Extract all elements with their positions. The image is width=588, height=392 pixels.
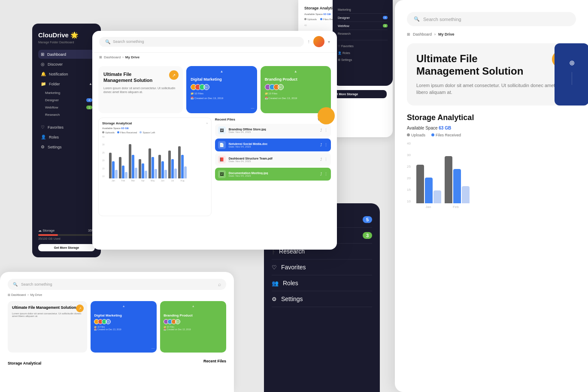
rlc-available-space: Available Space 63 GB (407, 126, 576, 130)
sidebar-item-favorites[interactable]: ♡ Favorites (38, 123, 95, 132)
blc-chevron-icon-2: ▲ (164, 305, 223, 308)
sidebar-item-roles[interactable]: 👤 Roles (38, 133, 95, 142)
chart-bars (109, 136, 187, 178)
blc-hero-row: Ultimate File Management Solution Lorem … (8, 301, 226, 353)
file-info-3: Dashboard Structure Team.pdf Date: Nov 0… (229, 157, 317, 163)
file-item-2[interactable]: 📄 Notulensi Social Media.doc Date: Nov 0… (215, 139, 331, 151)
blc-card-blue[interactable]: ▲ Digital Marketing + 📁 10 Files 📅 Creat… (91, 301, 157, 353)
folder-item-research[interactable]: Research (38, 111, 95, 118)
card-menu-icon[interactable]: ··· (251, 106, 254, 111)
rlc-dash-icon: ⊞ (407, 32, 410, 36)
chart-x-labels: Jan Feb Mar Apr May Jun Jul Aug (109, 179, 187, 182)
dashboard-icon: ⊞ (41, 52, 44, 57)
search-placeholder: Search something (113, 39, 144, 44)
file-actions-2[interactable]: ⤴ ⋮ (320, 143, 328, 147)
tr-favorites-item[interactable]: ♡ Favorites (338, 43, 388, 50)
avatar[interactable] (313, 36, 324, 47)
breadcrumb-icon: ⊞ (99, 55, 102, 59)
designer-badge: 4 (86, 98, 92, 102)
cds-item-roles[interactable]: 👥 Roles (272, 275, 372, 291)
file-thumb-jpg-2: 🖼 (218, 170, 226, 178)
more-icon-3[interactable]: ⋮ (324, 157, 328, 162)
tr-roles-item[interactable]: 👤 Roles (338, 50, 388, 57)
chevron-down-icon[interactable]: ▾ (328, 39, 330, 44)
folder-item-webflow[interactable]: Webflow 1 (38, 104, 95, 111)
breadcrumb: ⊞ Dashboard › My Drive (92, 53, 337, 62)
branding-product-card[interactable]: ▲ Branding Product + 📁 10 Files 📅 Create… (261, 66, 331, 113)
tr-designer-badge: 4 (383, 16, 388, 19)
tr-webflow-item[interactable]: Webflow 3 (338, 22, 388, 30)
tr-marketing-item[interactable]: Marketing (338, 6, 388, 14)
file-item-4[interactable]: 🖼 Documentation Meeting.jpg Date: Nov 04… (215, 168, 331, 181)
blc-recent-title: Recent Files (203, 359, 226, 363)
cds-item-settings[interactable]: ⚙ Settings (272, 291, 372, 307)
settings-icon: ⚙ (41, 145, 45, 149)
main-sidebar: ClouDrive 🌟 Manage Folder Dashboard ⊞ Da… (32, 24, 101, 257)
rlc-breadcrumb: ⊞ Dashboard › My Drive (407, 32, 576, 36)
hero-arrow-button[interactable]: ↗ (169, 70, 179, 80)
brand-card-avatars: + (265, 84, 327, 90)
share-icon-4[interactable]: ⤴ (320, 172, 322, 176)
upload-icon[interactable]: ↑ (307, 39, 310, 45)
tr-designer-item[interactable]: Designer 4 (338, 14, 388, 22)
available-space-label: Available Space 63 GB (102, 127, 208, 130)
more-icon-2[interactable]: ⋮ (324, 143, 328, 147)
bottom-panels: Storage Analytical › Available Space 63 … (92, 118, 337, 220)
roles-icon-cds: 👥 (272, 280, 279, 286)
blc-hero-main: Ultimate File Management Solution Lorem … (8, 301, 87, 353)
tr-research-item[interactable]: Research (338, 30, 388, 37)
folder-item-designer[interactable]: Designer 4 (38, 96, 95, 104)
blc-card-dots[interactable]: ··· (152, 346, 155, 350)
digital-marketing-card[interactable]: ▲ Digital Marketing + 📁 10 Files 📅 Creat… (186, 66, 257, 113)
file-info-2: Notulensi Social Media.doc Date: Nov 04,… (229, 142, 317, 148)
main-dashboard-card: 🔍 Search something ↑ ▾ ⊞ Dashboard › My … (92, 31, 337, 250)
blc-card-green[interactable]: ▲ Branding Product + 📁 10 Files 📅 Create… (160, 301, 226, 353)
favorites-icon: ♡ (41, 125, 45, 130)
plus-circle-icon[interactable]: ⊕ (569, 59, 575, 67)
rlc-analytics-title: Storage Analytical (407, 113, 576, 122)
file-actions-1[interactable]: ⤴ ⋮ (320, 128, 328, 133)
file-item-3[interactable]: 📕 Dashboard Structure Team.pdf Date: Nov… (215, 153, 331, 166)
storage-widget-sidebar: ☁ Storage 35% 35/100 GB Used Get More St… (38, 229, 95, 251)
divider (572, 72, 572, 85)
more-icon-4[interactable]: ⋮ (324, 172, 328, 176)
share-icon[interactable]: ⤴ (320, 128, 322, 133)
webflow-badge-cds: 3 (363, 232, 372, 239)
file-thumb-doc: 📄 (218, 141, 226, 149)
rlc-search-icon: 🔍 (414, 16, 420, 22)
search-icon: 🔍 (105, 39, 110, 44)
cds-item-favorites[interactable]: ♡ Favorites (272, 259, 372, 275)
blc-bottom-row: Storage Analytical Recent Files (8, 357, 226, 365)
more-icon[interactable]: ⋮ (324, 128, 328, 133)
share-icon-2[interactable]: ⤴ (320, 143, 322, 147)
blc-search-icon: 🔍 (13, 282, 18, 286)
rlc-search-bar[interactable]: 🔍 Search something (407, 12, 576, 26)
file-item-1[interactable]: 🖼 Branding Offline Store.jpg Date: Nov 0… (215, 124, 331, 137)
dark-blue-overlay: ⊕ (555, 43, 588, 106)
card-files: 📁 10 Files (191, 92, 252, 95)
file-actions-4[interactable]: ⤴ ⋮ (320, 172, 328, 176)
card-chevron-icon: ▲ (220, 69, 223, 73)
sidebar-item-settings[interactable]: ⚙ Settings (38, 142, 95, 151)
sidebar-item-folder[interactable]: 📁 Folder ▲ (38, 79, 95, 88)
search-bar[interactable]: 🔍 Search something (99, 37, 304, 47)
blc-arrow[interactable]: ↗ (76, 305, 84, 312)
share-icon-3[interactable]: ⤴ (320, 157, 322, 162)
sidebar-item-dashboard[interactable]: ⊞ Dashboard (38, 50, 95, 59)
avatar-more: + (203, 84, 209, 90)
blc-search-btn[interactable]: ⌕ (218, 281, 221, 287)
app-logo: ClouDrive 🌟 (38, 31, 95, 39)
blc-chevron-icon: ▲ (94, 305, 153, 308)
tr-settings-item[interactable]: ⚙ Settings (338, 57, 388, 63)
get-more-storage-button[interactable]: Get More Storage (38, 244, 95, 251)
file-actions-3[interactable]: ⤴ ⋮ (320, 157, 328, 162)
blc-search[interactable]: 🔍 Search something ⌕ (8, 279, 226, 290)
storage-used: 35/100 GB Used (38, 237, 95, 240)
chevron-up-icon: ▲ (89, 82, 92, 86)
sidebar-item-notification[interactable]: 🔔 Notification (38, 69, 95, 78)
hero-row: Ultimate File Management Solution Lorem … (92, 62, 337, 118)
sidebar-item-discover[interactable]: ◎ Discover (38, 60, 95, 69)
blc-analytics-title: Storage Analytical (8, 361, 41, 365)
analytics-expand-icon[interactable]: › (206, 121, 208, 125)
folder-item-marketing[interactable]: Marketing (38, 89, 95, 96)
